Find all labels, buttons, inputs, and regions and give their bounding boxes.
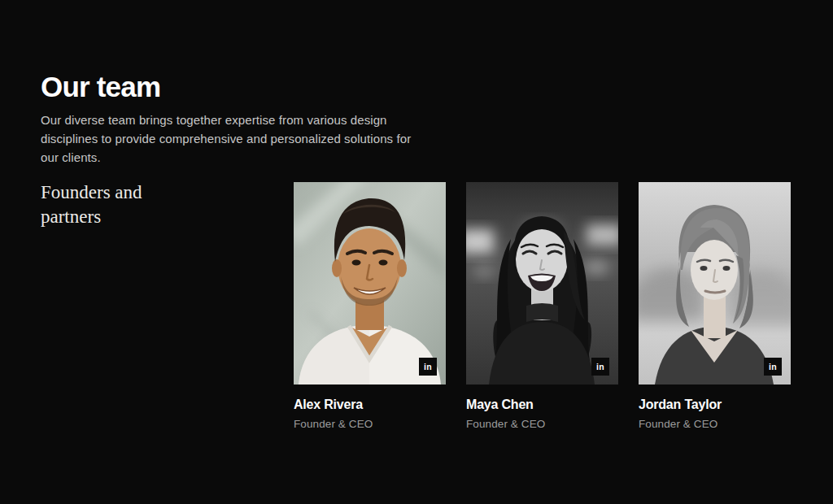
- team-card-maya-chen: in Maya Chen Founder & CEO: [466, 182, 618, 430]
- member-name: Jordan Taylor: [639, 398, 791, 412]
- member-name: Alex Rivera: [294, 398, 446, 412]
- team-card-alex-rivera: in Alex Rivera Founder & CEO: [294, 182, 446, 430]
- member-name: Maya Chen: [466, 398, 618, 412]
- linkedin-icon[interactable]: in: [419, 358, 437, 376]
- team-page: Our team Our diverse team brings togethe…: [0, 0, 833, 504]
- member-role: Founder & CEO: [466, 418, 618, 430]
- member-role: Founder & CEO: [294, 418, 446, 430]
- member-photo-alex-rivera: in: [294, 182, 446, 385]
- member-role: Founder & CEO: [639, 418, 791, 430]
- page-title: Our team: [41, 70, 160, 104]
- linkedin-icon[interactable]: in: [591, 358, 609, 376]
- portrait-jordan-taylor-illustration: [639, 182, 791, 385]
- portrait-alex-rivera-illustration: [294, 182, 446, 385]
- linkedin-icon[interactable]: in: [764, 358, 782, 376]
- member-photo-jordan-taylor: in: [639, 182, 791, 385]
- team-cards: in Alex Rivera Founder & CEO: [294, 182, 791, 430]
- page-subtitle: Our diverse team brings together experti…: [41, 111, 430, 167]
- team-card-jordan-taylor: in Jordan Taylor Founder & CEO: [639, 182, 791, 430]
- portrait-maya-chen-illustration: [466, 182, 618, 385]
- section-label-founders: Founders and partners: [41, 180, 195, 229]
- member-photo-maya-chen: in: [466, 182, 618, 385]
